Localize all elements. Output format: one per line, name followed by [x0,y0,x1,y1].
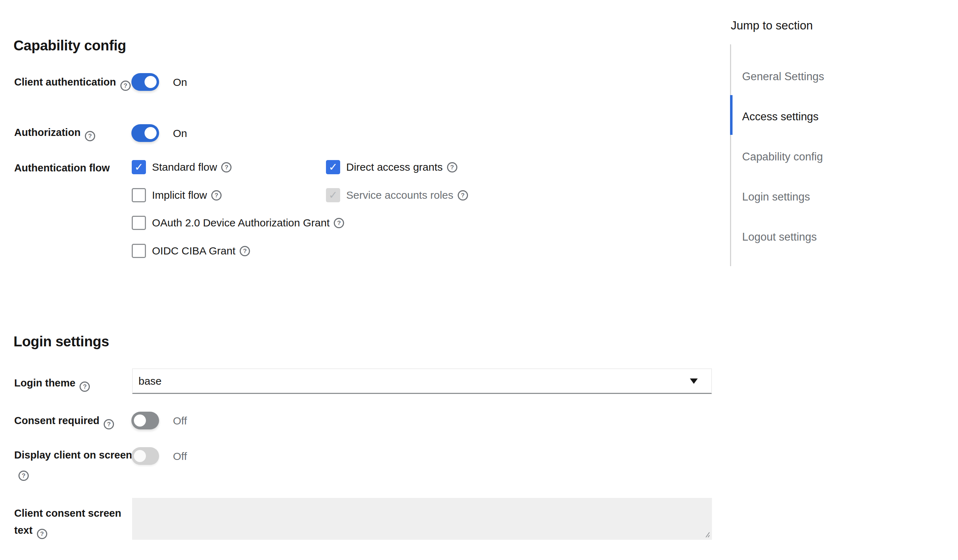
checkbox-label[interactable]: OAuth 2.0 Device Authorization Grant [152,217,330,229]
oidc-ciba-grant-option: OIDC CIBA Grant [132,244,250,258]
service-accounts-roles-option: Service accounts roles [326,188,468,202]
jump-to-section-title: Jump to section [731,19,813,33]
resize-handle-icon [703,531,710,538]
implicit-flow-checkbox[interactable] [132,188,146,202]
login-theme-selected-value: base [138,375,162,387]
login-settings-section-title: Login settings [13,333,109,350]
help-icon[interactable] [240,246,250,256]
display-client-on-screen-label: Display client on screen [14,446,137,481]
sidebar-item-general-settings[interactable]: General Settings [742,70,824,84]
direct-access-grants-checkbox[interactable] [326,160,340,174]
sidebar-item-login-settings[interactable]: Login settings [742,190,810,204]
oidc-ciba-grant-checkbox[interactable] [132,244,146,258]
toggle-knob [144,76,157,88]
client-authentication-toggle[interactable] [132,73,159,91]
help-icon[interactable] [221,162,232,172]
direct-access-grants-option: Direct access grants [326,160,457,174]
implicit-flow-option: Implicit flow [132,188,222,202]
checkbox-label[interactable]: Standard flow [152,161,217,173]
help-icon[interactable] [37,529,47,539]
sidebar-item-logout-settings[interactable]: Logout settings [742,230,817,244]
sidebar-item-access-settings[interactable]: Access settings [742,110,818,124]
client-settings-page: Capability config Client authentication … [0,0,958,560]
standard-flow-option: Standard flow [132,160,232,174]
client-consent-screen-textarea [132,498,712,540]
oauth-device-grant-option: OAuth 2.0 Device Authorization Grant [132,216,344,230]
help-icon[interactable] [19,471,29,481]
sidebar-item-capability-config[interactable]: Capability config [742,150,823,164]
help-icon[interactable] [447,162,457,172]
help-icon[interactable] [334,218,344,228]
sidebar-rule [730,44,731,266]
authorization-toggle[interactable] [132,124,159,142]
checkbox-label[interactable]: Direct access grants [346,161,443,173]
consent-required-label: Consent required [14,412,137,429]
help-icon[interactable] [85,131,95,141]
capability-config-section-title: Capability config [13,37,126,54]
authentication-flow-label: Authentication flow [14,160,137,176]
help-icon[interactable] [79,381,90,392]
help-icon[interactable] [458,190,468,201]
oauth-device-grant-checkbox[interactable] [132,216,146,230]
toggle-knob [134,414,146,427]
client-authentication-state: On [173,77,187,88]
authorization-label: Authorization [14,124,137,141]
checkbox-label[interactable]: OIDC CIBA Grant [152,245,235,257]
login-theme-select[interactable]: base [132,369,712,394]
service-accounts-roles-checkbox [326,188,340,202]
login-theme-label: Login theme [14,375,137,392]
help-icon[interactable] [121,81,131,91]
client-consent-screen-text-label: Client consent screen text [14,505,137,539]
toggle-knob [144,127,157,139]
help-icon[interactable] [211,190,222,201]
display-client-on-screen-toggle [132,447,159,465]
consent-required-state: Off [173,415,187,427]
authorization-state: On [173,128,187,139]
help-icon[interactable] [104,419,114,429]
display-client-on-screen-state: Off [173,451,187,462]
standard-flow-checkbox[interactable] [132,160,146,174]
checkbox-label: Service accounts roles [346,189,454,201]
checkbox-label[interactable]: Implicit flow [152,189,207,201]
consent-required-toggle[interactable] [132,412,159,429]
chevron-down-icon [690,378,698,384]
client-authentication-label: Client authentication [14,74,137,91]
toggle-knob [134,450,146,462]
active-section-indicator [730,95,733,135]
